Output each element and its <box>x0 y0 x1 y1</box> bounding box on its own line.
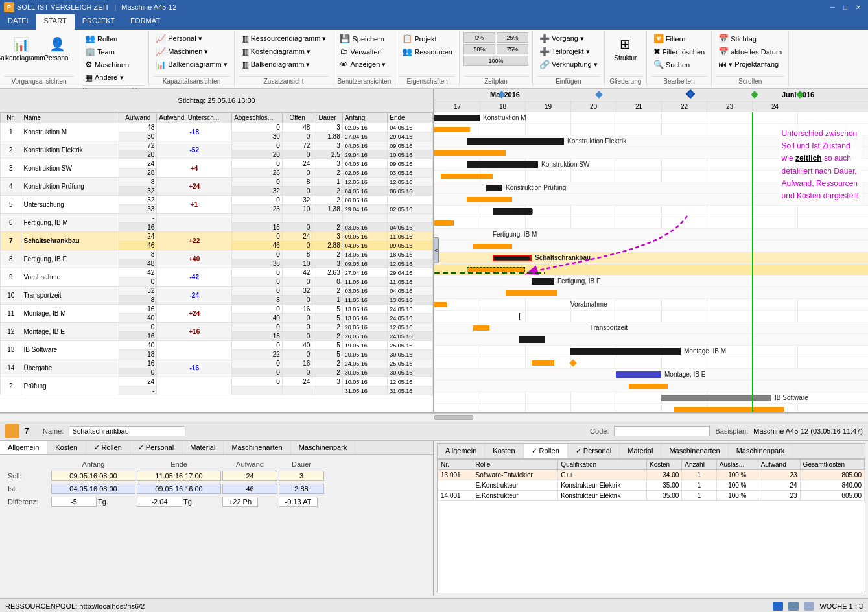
bar-8-orange <box>506 290 557 296</box>
role-table-row: 13.001 Software-Entwickler C++ 34.00 1 1… <box>438 470 865 480</box>
minimize-button[interactable]: ─ <box>827 2 838 12</box>
zeitplan-0[interactable]: 0% <box>463 32 495 43</box>
btn-personal[interactable]: 👤 Personal <box>40 32 74 64</box>
zeitplan-25[interactable]: 25% <box>497 32 528 43</box>
role-table: Nr. Rolle Qualifikation Kosten Anzahl Au… <box>438 459 865 501</box>
tab-personal[interactable]: ✓ Personal <box>130 441 182 454</box>
tab-material[interactable]: Material <box>182 441 224 454</box>
right-tab-maschinenpark[interactable]: Maschinenpark <box>729 444 793 458</box>
tab-datei[interactable]: DATEI <box>0 14 36 30</box>
bar-13-gray <box>661 395 771 401</box>
btn-andere[interactable]: ▦ Andere ▾ <box>82 71 132 84</box>
btn-filtern[interactable]: 🔽 Filtern <box>651 32 707 45</box>
right-tab-rollen[interactable]: ✓ Rollen <box>524 444 568 458</box>
close-button[interactable]: ✕ <box>852 2 864 12</box>
zusatz-col: ▥ Ressourcendiagramm ▾ ▥ Kostendiagramm … <box>239 32 329 71</box>
label-2: Konstruktion Elektrik <box>567 137 626 145</box>
btn-speichern[interactable]: 💾 Speichern <box>337 32 388 45</box>
btn-projektanfang[interactable]: ⏮ ▾ Projektanfang <box>716 58 784 71</box>
btn-filter-loeschen[interactable]: ✖ Filter löschen <box>651 45 707 58</box>
btn-verknuepfung[interactable]: 🔗 Verknüpfung ▾ <box>537 58 600 71</box>
btn-kap-personal[interactable]: 📈 Personal ▾ <box>153 32 230 45</box>
right-tab-material[interactable]: Material <box>620 444 661 458</box>
right-tab-maschinenarten[interactable]: Maschinenarten <box>661 444 728 458</box>
btn-team[interactable]: 🏢 Team <box>82 45 132 58</box>
tab-maschinenarten[interactable]: Maschinenarten <box>224 441 290 454</box>
ist-ende[interactable] <box>137 484 221 494</box>
code-input[interactable] <box>614 426 710 436</box>
annotation-line7: und Kosten dargestellt <box>782 190 859 202</box>
table-row: 9 Vorabnahme 42 -42 0 42 2.63 27.04.16 2… <box>1 268 433 277</box>
btn-suchen[interactable]: 🔍 Suchen <box>651 58 707 71</box>
tab-maschinenpark[interactable]: Maschinenpark <box>291 441 356 454</box>
role-table-container[interactable]: Nr. Rolle Qualifikation Kosten Anzahl Au… <box>438 459 865 593</box>
group-label-einfuegen: Einfügen <box>537 76 600 85</box>
tab-projekt[interactable]: PROJEKT <box>75 14 123 30</box>
projektanfang-label: ▾ Projektanfang <box>729 60 779 69</box>
ressourcen-label: Ressourcen <box>414 48 452 56</box>
tab-format[interactable]: FORMAT <box>123 14 168 30</box>
ist-dauer[interactable] <box>279 484 324 494</box>
diff-dauer[interactable] <box>279 497 318 507</box>
ist-anfang[interactable] <box>51 484 135 494</box>
right-tab-kosten[interactable]: Kosten <box>485 444 523 458</box>
btn-anzeigen[interactable]: 👁 Anzeigen ▾ <box>337 58 388 71</box>
btn-rollen[interactable]: 👥 Rollen <box>82 32 132 45</box>
restore-button[interactable]: □ <box>839 2 851 12</box>
right-tab-personal[interactable]: ✓ Personal <box>568 444 620 458</box>
diff-ende-unit: Tg. <box>183 498 194 506</box>
zeitplan-100[interactable]: 100% <box>463 56 528 66</box>
btn-stichtag[interactable]: 📅 Stichtag <box>716 32 784 45</box>
collapse-button[interactable]: << <box>434 237 439 263</box>
aktuelles-datum-label: aktuelles Datum <box>731 48 782 56</box>
btn-projekt[interactable]: 📋 Projekt <box>399 32 455 45</box>
btn-ressourcendiagramm[interactable]: ▥ Ressourcendiagramm ▾ <box>239 32 329 45</box>
status-right: WOCHE 1 : 3 <box>773 602 863 611</box>
task-name-input[interactable] <box>69 426 185 436</box>
btn-zusatz-balken[interactable]: ▥ Balkendiagramm ▾ <box>239 58 329 71</box>
th-offen: Offen <box>282 113 312 123</box>
bar-1-black <box>434 115 480 121</box>
annotation-line5: detailliert nach Dauer, <box>782 165 859 178</box>
btn-struktur[interactable]: ⊞ Struktur <box>609 32 642 64</box>
gantt-row-8-actual <box>434 287 868 299</box>
tab-rollen[interactable]: ✓ Rollen <box>86 441 130 454</box>
gantt-scrollbar[interactable] <box>0 413 868 421</box>
btn-maschinen[interactable]: ⚙ Maschinen <box>82 58 132 71</box>
right-tab-allgemein[interactable]: Allgemein <box>438 444 485 458</box>
btn-aktuelles-datum[interactable]: 📅 aktuelles Datum <box>716 45 784 58</box>
ist-aufwand[interactable] <box>222 484 277 494</box>
label-6: Fertigung, IB M <box>493 231 537 238</box>
gantt-table-container[interactable]: Nr. Name Aufwand Aufwand, Untersch... Ab… <box>0 112 433 412</box>
table-row: 13 IB Software 40 0 40 5 19.05.16 25.05.… <box>1 341 433 350</box>
btn-kap-balken[interactable]: 📊 Balkendiagramm ▾ <box>153 58 230 71</box>
soll-ende[interactable] <box>137 471 221 481</box>
scroll-thumb[interactable] <box>434 415 473 420</box>
workspace: Stichtag: 25.05.16 13:00 Nr. Name Aufwan… <box>0 89 868 598</box>
kap-col: 📈 Personal ▾ 📈 Maschinen ▾ 📊 Balkendiagr… <box>153 32 230 71</box>
btn-teilprojekt[interactable]: ➕ Teilprojekt ▾ <box>537 45 600 58</box>
soll-aufwand[interactable] <box>222 471 277 481</box>
btn-ressourcen[interactable]: 👥 Ressourcen <box>399 45 455 58</box>
th-abgeschlossen: Abgeschlos... <box>232 113 283 123</box>
soll-anfang[interactable] <box>51 471 135 481</box>
tab-allgemein[interactable]: Allgemein <box>0 441 47 454</box>
btn-balkendiagramm[interactable]: 📊 Balkendiagramm <box>4 32 38 64</box>
tab-kosten[interactable]: Kosten <box>47 441 86 454</box>
zeitplan-50[interactable]: 50% <box>463 44 495 54</box>
diff-aufwand[interactable] <box>222 497 258 507</box>
btn-vorgang[interactable]: ➕ Vorgang ▾ <box>537 32 600 45</box>
collapse-icon[interactable]: << <box>434 237 439 263</box>
diff-ende[interactable] <box>137 497 182 507</box>
speichern-label: Speichern <box>352 35 384 43</box>
label-3: Konstruktion SW <box>541 161 589 168</box>
soll-dauer[interactable] <box>279 471 324 481</box>
btn-kostendiagramm[interactable]: ▥ Kostendiagramm ▾ <box>239 45 329 58</box>
tab-start[interactable]: START <box>36 14 75 30</box>
gantt-right[interactable]: << Mai 2016 Juni 2016 17 18 <box>434 89 868 412</box>
btn-kap-maschinen[interactable]: 📈 Maschinen ▾ <box>153 45 230 58</box>
zeitplan-75[interactable]: 75% <box>497 44 528 54</box>
diff-anfang[interactable] <box>51 497 97 507</box>
btn-verwalten[interactable]: 🗂 Verwalten <box>337 45 388 58</box>
bottom-panel: 7 Name: Code: Basisplan: Maschine A45-12… <box>0 421 868 596</box>
